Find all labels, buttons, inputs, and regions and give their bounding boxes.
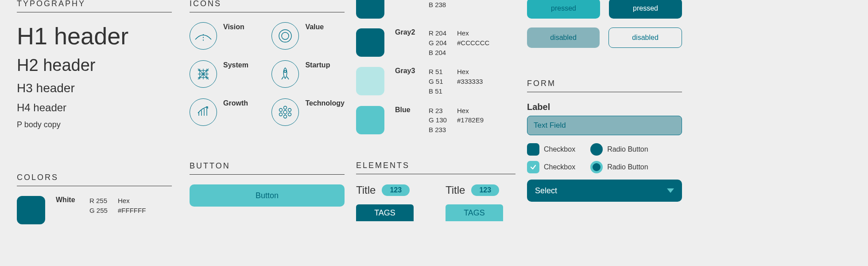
technology-icon-cell: Technology xyxy=(271,98,345,126)
icon-label: Technology xyxy=(305,99,345,107)
h4-sample: H4 header xyxy=(17,102,172,114)
swatch-rgb: R 255 G 255 xyxy=(89,196,118,215)
pressed-button-fill[interactable]: pressed xyxy=(527,0,600,19)
swatch-hex-value: #333333 xyxy=(457,77,483,86)
swatch-g: G 51 xyxy=(429,77,457,86)
swatch-name: Gray3 xyxy=(395,67,429,75)
swatch-name: Gray2 xyxy=(395,28,429,36)
icon-label: Growth xyxy=(223,99,248,107)
form-heading: FORM xyxy=(527,79,682,92)
swatch-rgb: R 23 G 130 B 233 xyxy=(429,106,457,135)
checkbox-icon xyxy=(527,143,539,156)
svg-point-11 xyxy=(284,70,287,73)
growth-icon-cell: Growth xyxy=(190,98,262,126)
swatch-g: G 130 xyxy=(429,115,457,125)
swatch-row: Gray2 R 204 G 204 B 204 Hex #CCCCCC xyxy=(356,28,515,57)
button-states: pressed pressed disabled disabled xyxy=(527,0,682,57)
text-field[interactable]: Text Field xyxy=(527,116,682,135)
button-section: BUTTON Button xyxy=(190,161,345,207)
swatch-hex-value: #FFFFFF xyxy=(118,206,146,215)
select-dropdown[interactable]: Select xyxy=(527,180,682,202)
swatch-r: R 51 xyxy=(429,67,457,77)
svg-point-18 xyxy=(284,115,287,118)
chevron-down-icon xyxy=(667,188,674,193)
tag-light[interactable]: TAGS xyxy=(446,204,503,221)
swatch-hex: Hex #FFFFFF xyxy=(118,196,146,215)
vision-icon xyxy=(190,22,217,50)
element-title-text: Title xyxy=(446,184,465,196)
icons-heading: ICONS xyxy=(190,0,345,12)
count-pill: 123 xyxy=(471,184,499,196)
swatch-blue xyxy=(356,106,384,134)
swatch-hex-value: #CCCCCC xyxy=(457,38,489,48)
swatch-rgb: R 204 G 204 B 204 xyxy=(429,28,457,57)
swatch-hex: Hex #1782E9 xyxy=(457,106,484,125)
typography-heading: TYPOGRAPHY xyxy=(17,0,172,12)
h2-sample: H2 header xyxy=(17,56,172,75)
count-pill: 123 xyxy=(382,184,410,196)
pressed-button-solid[interactable]: pressed xyxy=(609,0,682,19)
checkbox-checked[interactable]: Checkbox xyxy=(527,161,575,173)
element-title-text: Title xyxy=(356,184,376,196)
icon-label: Value xyxy=(305,23,324,31)
icon-label: Startup xyxy=(305,61,330,69)
svg-point-20 xyxy=(288,109,291,112)
disabled-button-outline: disabled xyxy=(608,27,682,48)
h1-sample: H1 header xyxy=(17,22,172,50)
swatch-r: R 204 xyxy=(429,28,457,38)
elements-heading: ELEMENTS xyxy=(356,161,515,174)
swatch-hex: Hex #CCCCCC xyxy=(457,28,489,48)
vision-icon-cell: Vision xyxy=(190,22,262,50)
radio-selected[interactable]: Radio Button xyxy=(590,143,648,156)
radio-label: Radio Button xyxy=(607,145,648,153)
typography-section: TYPOGRAPHY H1 header H2 header H3 header… xyxy=(17,0,172,129)
system-icon-cell: System xyxy=(190,60,262,88)
tag-dark[interactable]: TAGS xyxy=(356,204,414,221)
h3-sample: H3 header xyxy=(17,81,172,95)
swatch-b: B 233 xyxy=(429,125,457,135)
colors-section: COLORS White R 255 G 255 Hex #FFFFFF xyxy=(17,173,172,234)
icons-section: ICONS Vision Value System xyxy=(190,0,345,126)
growth-icon xyxy=(190,98,217,126)
elements-col-b: Title 123 TAGS xyxy=(446,184,515,221)
swatch-g: G 255 xyxy=(89,206,118,215)
select-label: Select xyxy=(535,186,557,196)
colors-heading: COLORS xyxy=(17,173,172,186)
swatch-name: Blue xyxy=(395,106,429,114)
swatch-b: B 204 xyxy=(429,48,457,58)
radio-icon xyxy=(590,143,603,156)
radio-label: Radio Button xyxy=(607,163,648,171)
swatch-gray2 xyxy=(356,28,384,57)
svg-point-19 xyxy=(279,109,283,112)
swatch-rgb: G 238 B 238 xyxy=(429,0,457,10)
value-icon-cell: Value xyxy=(271,22,345,50)
swatch-row: G 238 B 238 #EEEEEE xyxy=(356,0,515,19)
swatch-hex-label: Hex xyxy=(118,196,146,206)
swatch-white xyxy=(17,196,45,224)
disabled-button-fill: disabled xyxy=(527,27,600,48)
swatch-r: R 255 xyxy=(89,196,118,206)
swatch-row: White R 255 G 255 Hex #FFFFFF xyxy=(17,196,172,224)
elements-col-a: Title 123 TAGS xyxy=(356,184,426,221)
svg-point-1 xyxy=(279,30,291,42)
value-icon xyxy=(271,22,299,50)
swatch-gray3 xyxy=(356,67,384,95)
swatch-hex: Hex #333333 xyxy=(457,67,483,86)
radio-outline[interactable]: Radio Button xyxy=(590,161,648,173)
swatch-r: R 23 xyxy=(429,106,457,116)
element-title: Title 123 xyxy=(356,184,410,196)
checkbox-label: Checkbox xyxy=(544,145,575,153)
button-heading: BUTTON xyxy=(190,161,345,175)
checkbox-unchecked[interactable]: Checkbox xyxy=(527,143,575,156)
swatch-name: White xyxy=(56,196,89,204)
form-label: Label xyxy=(527,102,682,112)
swatch-hex-value: #1782E9 xyxy=(457,115,484,125)
swatch-hex-label: Hex xyxy=(457,106,484,116)
elements-section: ELEMENTS Title 123 TAGS Title 123 TAGS xyxy=(356,161,515,221)
element-title: Title 123 xyxy=(446,184,499,196)
p-sample: P body copy xyxy=(17,120,172,129)
svg-point-22 xyxy=(288,113,291,116)
swatch-b: B 238 xyxy=(429,0,457,10)
swatch-row: Blue R 23 G 130 B 233 Hex #1782E9 xyxy=(356,106,515,135)
primary-button[interactable]: Button xyxy=(190,184,345,207)
